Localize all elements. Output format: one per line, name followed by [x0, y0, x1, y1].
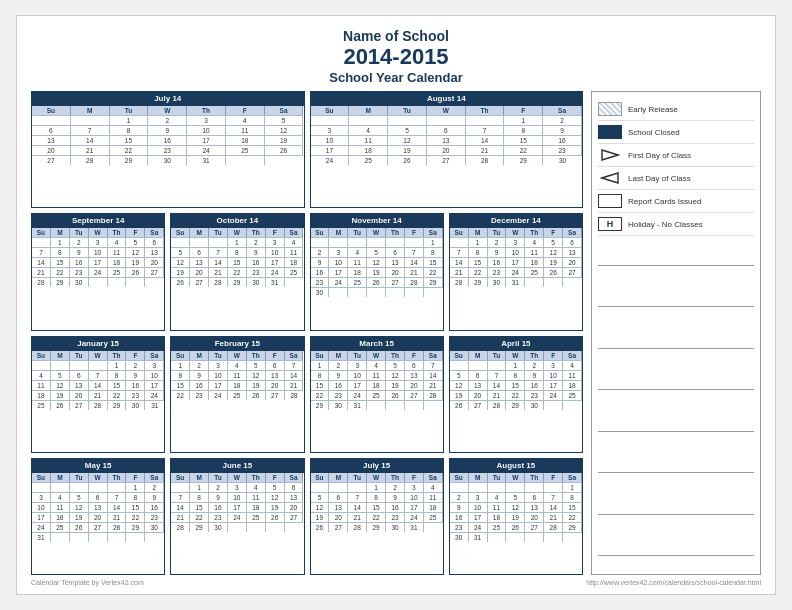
- calendar-day: 3: [32, 492, 51, 502]
- calendar-day: [285, 522, 304, 532]
- calendar-day: 1: [424, 237, 443, 247]
- calendar-day: 10: [187, 125, 226, 135]
- calendar-day: 13: [525, 502, 544, 512]
- calendar-day: 22: [506, 390, 525, 400]
- calendar-header: December 14: [450, 214, 582, 227]
- calendar-day: 3: [544, 360, 563, 370]
- calendar-day: 7: [32, 247, 51, 257]
- calendar-day: 17: [469, 512, 488, 522]
- calendar-day: 3: [266, 237, 285, 247]
- calendar-day: 17: [405, 502, 424, 512]
- calendar-day: [367, 287, 386, 297]
- calendar-day: 22: [51, 267, 70, 277]
- day-header: Sa: [145, 473, 164, 482]
- day-header: Sa: [145, 351, 164, 360]
- calendar-day: 20: [285, 502, 304, 512]
- calendar-day: 1: [506, 360, 525, 370]
- calendar-day: 12: [506, 502, 525, 512]
- calendar-day: 29: [367, 522, 386, 532]
- calendar-day: 28: [71, 155, 110, 165]
- calendar-day: 28: [544, 522, 563, 532]
- calendar-day: 7: [488, 370, 507, 380]
- subtitle: School Year Calendar: [31, 70, 761, 85]
- day-header: W: [506, 473, 525, 482]
- calendar-day: 11: [108, 247, 127, 257]
- calendar-day: 9: [209, 492, 228, 502]
- calendar-day: [388, 115, 427, 125]
- calendar-day: 1: [367, 482, 386, 492]
- calendar-day: 4: [424, 482, 443, 492]
- calendar-day: 7: [89, 370, 108, 380]
- calendar-day: 23: [126, 390, 145, 400]
- calendar-day: 13: [190, 257, 209, 267]
- calendar-day: 2: [190, 360, 209, 370]
- calendar-day: 17: [311, 145, 350, 155]
- day-header: F: [266, 473, 285, 482]
- calendar-day: 12: [450, 380, 469, 390]
- calendar-day: 19: [450, 390, 469, 400]
- day-header: W: [89, 351, 108, 360]
- calendar-day: 13: [469, 380, 488, 390]
- calendar-day: 29: [110, 155, 149, 165]
- day-header: Tu: [209, 473, 228, 482]
- calendar-day: 19: [544, 257, 563, 267]
- calendar-day: 8: [424, 247, 443, 257]
- calendar-day: 9: [126, 370, 145, 380]
- calendar-day: 18: [247, 502, 266, 512]
- calendar-day: [311, 482, 330, 492]
- calendar-day: 23: [190, 390, 209, 400]
- day-header: F: [544, 473, 563, 482]
- legend-item-early-release: Early Release: [598, 98, 754, 121]
- calendar-day: 18: [349, 145, 388, 155]
- calendar-day: 24: [89, 267, 108, 277]
- day-header: Sa: [285, 473, 304, 482]
- calendar-day: 10: [348, 370, 367, 380]
- calendar-day: 19: [367, 267, 386, 277]
- calendar-day: 10: [311, 135, 350, 145]
- calendar-day: 14: [405, 257, 424, 267]
- calendar-day: [405, 287, 424, 297]
- calendar-grid: SuMTuWThFSa12345678910111213141516171819…: [32, 227, 164, 287]
- calendar-day: 27: [70, 400, 89, 410]
- calendar-day: 2: [543, 115, 582, 125]
- calendar-day: 13: [145, 247, 164, 257]
- calendar-day: [348, 482, 367, 492]
- calendar-day: [285, 277, 304, 287]
- calendar-day: 22: [228, 267, 247, 277]
- calendar-day: 15: [367, 502, 386, 512]
- legend-item-holiday: HHoliday - No Classes: [598, 213, 754, 236]
- calendar-day: 28: [32, 277, 51, 287]
- calendar-grid: SuMTuWThFSa12345678910111213141516171819…: [450, 227, 582, 287]
- calendar-day: 10: [329, 257, 348, 267]
- calendar-header: November 14: [311, 214, 443, 227]
- note-line: [598, 455, 754, 473]
- day-header: F: [405, 473, 424, 482]
- calendar-day: 30: [148, 155, 187, 165]
- day-header: Su: [311, 351, 330, 360]
- calendar-day: 30: [145, 522, 164, 532]
- calendar-header: February 15: [171, 337, 303, 350]
- day-header: F: [266, 228, 285, 237]
- note-line: [598, 248, 754, 266]
- calendar-day: 15: [506, 380, 525, 390]
- calendar-May-15: May 15SuMTuWThFSa12345678910111213141516…: [31, 458, 165, 575]
- calendar-day: 3: [187, 115, 226, 125]
- calendar-day: [228, 522, 247, 532]
- calendar-day: 12: [126, 247, 145, 257]
- calendar-day: 6: [427, 125, 466, 135]
- calendar-day: 9: [543, 125, 582, 135]
- calendar-day: 23: [488, 267, 507, 277]
- calendar-day: [247, 522, 266, 532]
- calendar-day: 21: [89, 390, 108, 400]
- calendar-day: [544, 532, 563, 542]
- calendar-day: 3: [469, 492, 488, 502]
- calendar-day: 24: [329, 277, 348, 287]
- calendar-day: 5: [388, 125, 427, 135]
- calendar-day: 5: [266, 482, 285, 492]
- day-header: Sa: [563, 228, 582, 237]
- calendar-day: 24: [506, 267, 525, 277]
- day-header: W: [367, 228, 386, 237]
- day-header: Tu: [488, 473, 507, 482]
- calendar-day: 29: [504, 155, 543, 165]
- calendar-day: 20: [266, 380, 285, 390]
